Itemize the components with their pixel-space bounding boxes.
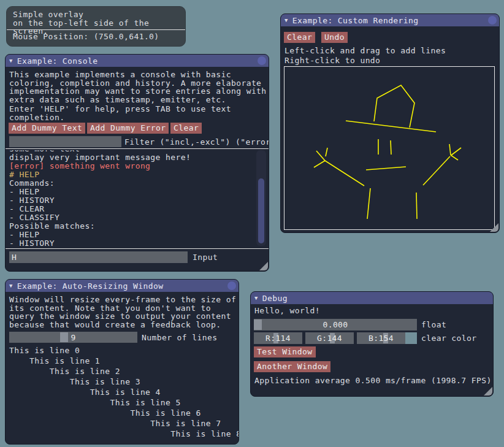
overlay-separator [7,29,185,30]
test-window-button[interactable]: Test Window [254,346,316,357]
debug-window: ▼ Debug Hello, world! 0.000 float R:114G… [250,291,494,397]
rgb-sliders: R:114G:144B:154 [254,332,405,344]
close-icon[interactable] [227,281,236,290]
resizing-demo-line: This is line 3 [9,376,239,387]
slider-value-label: R:114 [265,334,291,343]
resizing-demo-line: This is line 7 [9,418,239,429]
slider-value-label: B:154 [368,334,394,343]
console-log-line: Commands: [9,179,266,188]
overlay-window: Simple overlay on the top-left side of t… [6,6,186,47]
num-lines-slider[interactable]: 9 [9,332,137,343]
slider-value-label: G:144 [317,334,342,343]
console-log-line: - HELP [9,231,266,239]
num-lines-slider-grab[interactable] [60,332,68,342]
console-help-text: Enter 'HELP' for help, press TAB to use … [9,105,231,121]
custom-rendering-window-title: Example: Custom Rendering [292,16,419,25]
console-log-lines: some more textdisplay very important mes… [9,150,266,246]
float-slider[interactable]: 0.000 [254,319,417,330]
float-slider-label: float [421,321,446,329]
collapse-arrow-icon[interactable]: ▼ [9,280,13,292]
autoresize-lines: This is line 0 This is line 1 This is li… [9,345,239,439]
canvas-hint-1: Left-click and drag to add lines [284,47,446,55]
console-log-line: - CLASSIFY [9,213,266,222]
collapse-arrow-icon[interactable]: ▼ [284,14,288,26]
console-intro-text: This example implements a console with b… [9,71,267,104]
resizing-demo-line: This is line 2 [9,366,239,376]
float-slider-value: 0.000 [323,320,348,329]
rgb-slider[interactable]: R:114 [254,332,302,344]
console-input-value: H [12,253,17,262]
console-log[interactable]: some more textdisplay very important mes… [9,150,266,246]
rgb-slider[interactable]: G:144 [305,332,354,344]
custom-rendering-titlebar[interactable]: ▼ Example: Custom Rendering [281,14,499,26]
another-window-button[interactable]: Another Window [254,361,330,372]
console-command-input[interactable]: H [9,251,188,263]
canvas-drawing [284,67,494,229]
resizing-demo-line: This is line 5 [9,397,239,408]
debug-titlebar[interactable]: ▼ Debug [251,292,493,304]
console-log-line: - CLEAR [9,205,266,213]
num-lines-label: Number of lines [142,334,217,342]
hello-world-text: Hello, world! [254,307,320,315]
drawing-canvas[interactable] [284,66,495,230]
canvas-undo-button[interactable]: Undo [321,32,348,43]
auto-resizing-window-title: Example: Auto-Resizing Window [17,281,164,291]
debug-window-title: Debug [262,294,288,303]
console-log-line: Possible matches: [9,222,266,231]
console-log-line: - HISTORY [9,196,266,205]
resize-grip[interactable] [490,223,498,232]
console-window-title: Example: Console [17,56,98,66]
console-log-line: - HISTORY [9,239,266,246]
add-dummy-text-button[interactable]: Add Dummy Text [9,123,85,134]
close-icon[interactable] [488,16,497,25]
resize-grip[interactable] [484,387,492,395]
float-slider-grab[interactable] [254,319,262,330]
console-log-line: display very important message here! [9,153,266,162]
auto-resizing-titlebar[interactable]: ▼ Example: Auto-Resizing Window [6,280,239,292]
collapse-arrow-icon[interactable]: ▼ [9,55,13,67]
collapse-arrow-icon[interactable]: ▼ [254,292,258,304]
canvas-hint-2: Right-click to undo [284,56,380,65]
resize-grip[interactable] [259,262,268,270]
console-titlebar[interactable]: ▼ Example: Console [6,55,269,67]
close-icon[interactable] [258,56,266,65]
add-dummy-error-button[interactable]: Add Dummy Error [87,123,169,134]
rgb-slider[interactable]: B:154 [357,332,405,344]
app-stats-text: Application average 0.500 ms/frame (1998… [254,376,492,385]
separator [6,148,269,149]
console-input-label: Input [193,253,218,262]
clear-color-swatch[interactable] [405,332,417,344]
resizing-demo-line: This is line 1 [9,356,239,366]
resizing-demo-line: This is line 6 [9,408,239,418]
resizing-demo-line: This is line 8 [9,429,239,439]
auto-resizing-description: Window will resize every-frame to the si… [9,296,236,329]
filter-input[interactable] [9,136,121,147]
scrollbar[interactable] [256,150,266,246]
auto-resizing-window: ▼ Example: Auto-Resizing Window Window w… [5,279,239,445]
resizing-demo-line: This is line 4 [9,387,239,397]
filter-label: Filter ("incl,-excl") ("error" [124,138,269,147]
custom-rendering-window: ▼ Example: Custom Rendering Clear Undo L… [280,13,500,233]
num-lines-value: 9 [71,333,75,342]
scrollbar-thumb[interactable] [258,178,264,243]
clear-color-label: clear color [421,334,477,343]
desktop: Simple overlay on the top-left side of t… [0,0,504,447]
resizing-demo-line: This is line 0 [9,345,239,356]
canvas-clear-button[interactable]: Clear [284,32,315,43]
console-window: ▼ Example: Console This example implemen… [5,54,269,272]
console-log-line: [error] something went wrong [9,162,266,170]
separator [6,248,269,249]
console-log-line: - HELP [9,188,266,196]
console-log-line: # HELP [9,170,266,179]
clear-button[interactable]: Clear [170,123,202,134]
mouse-position-text: Mouse Position: (750.0,641.0) [13,32,159,41]
